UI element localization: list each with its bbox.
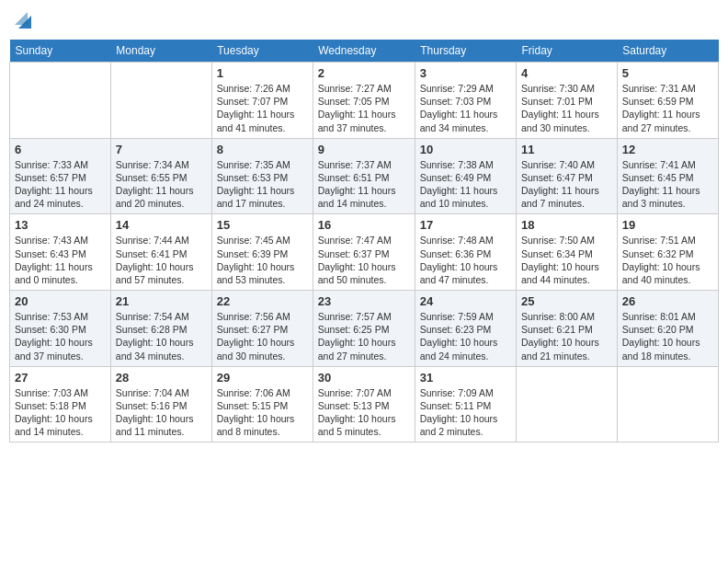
day-info: Sunrise: 7:09 AM Sunset: 5:11 PM Dayligh…: [420, 386, 511, 439]
day-info: Sunrise: 7:57 AM Sunset: 6:25 PM Dayligh…: [318, 310, 410, 362]
calendar-cell: 5Sunrise: 7:31 AM Sunset: 6:59 PM Daylig…: [617, 63, 718, 139]
day-number: 19: [622, 218, 713, 232]
day-number: 2: [318, 66, 410, 80]
day-info: Sunrise: 7:35 AM Sunset: 6:53 PM Dayligh…: [217, 158, 308, 211]
day-number: 10: [420, 143, 511, 156]
day-info: Sunrise: 8:01 AM Sunset: 6:20 PM Dayligh…: [622, 310, 713, 362]
calendar-cell: 12Sunrise: 7:41 AM Sunset: 6:45 PM Dayli…: [617, 138, 718, 214]
day-info: Sunrise: 7:47 AM Sunset: 6:37 PM Dayligh…: [318, 234, 410, 286]
calendar-cell: 19Sunrise: 7:51 AM Sunset: 6:32 PM Dayli…: [617, 214, 718, 291]
day-of-week-header: Saturday: [617, 40, 718, 63]
day-number: 5: [622, 66, 713, 80]
calendar-cell: 14Sunrise: 7:44 AM Sunset: 6:41 PM Dayli…: [110, 214, 211, 291]
day-number: 21: [116, 294, 207, 308]
calendar-cell: 9Sunrise: 7:37 AM Sunset: 6:51 PM Daylig…: [313, 138, 415, 214]
page-header: [9, 9, 719, 32]
calendar-cell: [110, 63, 211, 139]
day-info: Sunrise: 7:40 AM Sunset: 6:47 PM Dayligh…: [521, 158, 612, 211]
day-number: 4: [521, 66, 612, 80]
day-info: Sunrise: 8:00 AM Sunset: 6:21 PM Dayligh…: [521, 310, 612, 362]
calendar-cell: 16Sunrise: 7:47 AM Sunset: 6:37 PM Dayli…: [313, 214, 415, 291]
day-info: Sunrise: 7:41 AM Sunset: 6:45 PM Dayligh…: [622, 158, 713, 211]
calendar-table: SundayMondayTuesdayWednesdayThursdayFrid…: [9, 40, 719, 442]
calendar-cell: 24Sunrise: 7:59 AM Sunset: 6:23 PM Dayli…: [415, 291, 516, 367]
calendar-cell: 17Sunrise: 7:48 AM Sunset: 6:36 PM Dayli…: [415, 214, 516, 291]
calendar-body: 1Sunrise: 7:26 AM Sunset: 7:07 PM Daylig…: [10, 63, 719, 442]
day-number: 22: [217, 294, 308, 308]
calendar-cell: 22Sunrise: 7:56 AM Sunset: 6:27 PM Dayli…: [211, 291, 313, 367]
day-info: Sunrise: 7:56 AM Sunset: 6:27 PM Dayligh…: [217, 310, 308, 362]
day-number: 12: [622, 143, 713, 156]
day-info: Sunrise: 7:51 AM Sunset: 6:32 PM Dayligh…: [622, 234, 713, 286]
day-number: 15: [217, 218, 308, 232]
day-info: Sunrise: 7:50 AM Sunset: 6:34 PM Dayligh…: [521, 234, 612, 286]
day-number: 7: [116, 143, 207, 156]
day-number: 14: [116, 218, 207, 232]
day-number: 16: [318, 218, 410, 232]
day-info: Sunrise: 7:34 AM Sunset: 6:55 PM Dayligh…: [116, 158, 207, 211]
day-info: Sunrise: 7:48 AM Sunset: 6:36 PM Dayligh…: [420, 234, 511, 286]
day-info: Sunrise: 7:54 AM Sunset: 6:28 PM Dayligh…: [116, 310, 207, 362]
day-info: Sunrise: 7:03 AM Sunset: 5:18 PM Dayligh…: [15, 386, 106, 439]
calendar-cell: 8Sunrise: 7:35 AM Sunset: 6:53 PM Daylig…: [211, 138, 313, 214]
day-number: 3: [420, 66, 511, 80]
day-info: Sunrise: 7:44 AM Sunset: 6:41 PM Dayligh…: [116, 234, 207, 286]
day-number: 9: [318, 143, 410, 156]
day-number: 11: [521, 143, 612, 156]
logo-triangle-icon: [15, 12, 31, 29]
calendar-cell: 2Sunrise: 7:27 AM Sunset: 7:05 PM Daylig…: [313, 63, 415, 139]
day-number: 30: [318, 371, 410, 385]
day-number: 26: [622, 294, 713, 308]
calendar-cell: 27Sunrise: 7:03 AM Sunset: 5:18 PM Dayli…: [10, 366, 111, 442]
day-of-week-header: Monday: [110, 40, 211, 63]
day-number: 28: [116, 371, 207, 385]
day-info: Sunrise: 7:37 AM Sunset: 6:51 PM Dayligh…: [318, 158, 410, 211]
calendar-cell: 6Sunrise: 7:33 AM Sunset: 6:57 PM Daylig…: [10, 138, 111, 214]
day-number: 8: [217, 143, 308, 156]
day-number: 17: [420, 218, 511, 232]
calendar-week-row: 20Sunrise: 7:53 AM Sunset: 6:30 PM Dayli…: [10, 291, 719, 367]
day-info: Sunrise: 7:59 AM Sunset: 6:23 PM Dayligh…: [420, 310, 511, 362]
calendar-cell: 4Sunrise: 7:30 AM Sunset: 7:01 PM Daylig…: [517, 63, 618, 139]
calendar-cell: [617, 366, 718, 442]
day-info: Sunrise: 7:27 AM Sunset: 7:05 PM Dayligh…: [318, 82, 410, 134]
day-info: Sunrise: 7:04 AM Sunset: 5:16 PM Dayligh…: [116, 386, 207, 439]
calendar-week-row: 6Sunrise: 7:33 AM Sunset: 6:57 PM Daylig…: [10, 138, 719, 214]
day-number: 25: [521, 294, 612, 308]
day-number: 6: [15, 143, 106, 156]
day-info: Sunrise: 7:38 AM Sunset: 6:49 PM Dayligh…: [420, 158, 511, 211]
day-info: Sunrise: 7:43 AM Sunset: 6:43 PM Dayligh…: [15, 234, 106, 286]
day-info: Sunrise: 7:29 AM Sunset: 7:03 PM Dayligh…: [420, 82, 511, 134]
calendar-cell: 30Sunrise: 7:07 AM Sunset: 5:13 PM Dayli…: [313, 366, 415, 442]
calendar-cell: 1Sunrise: 7:26 AM Sunset: 7:07 PM Daylig…: [211, 63, 313, 139]
day-info: Sunrise: 7:26 AM Sunset: 7:07 PM Dayligh…: [217, 82, 308, 134]
calendar-cell: 3Sunrise: 7:29 AM Sunset: 7:03 PM Daylig…: [415, 63, 516, 139]
day-info: Sunrise: 7:45 AM Sunset: 6:39 PM Dayligh…: [217, 234, 308, 286]
day-number: 31: [420, 371, 511, 385]
day-number: 23: [318, 294, 410, 308]
calendar-cell: 29Sunrise: 7:06 AM Sunset: 5:15 PM Dayli…: [211, 366, 313, 442]
calendar-cell: 7Sunrise: 7:34 AM Sunset: 6:55 PM Daylig…: [110, 138, 211, 214]
calendar-cell: 23Sunrise: 7:57 AM Sunset: 6:25 PM Dayli…: [313, 291, 415, 367]
calendar-cell: [517, 366, 618, 442]
calendar-cell: 20Sunrise: 7:53 AM Sunset: 6:30 PM Dayli…: [10, 291, 111, 367]
day-info: Sunrise: 7:30 AM Sunset: 7:01 PM Dayligh…: [521, 82, 612, 134]
calendar-week-row: 27Sunrise: 7:03 AM Sunset: 5:18 PM Dayli…: [10, 366, 719, 442]
calendar-cell: 26Sunrise: 8:01 AM Sunset: 6:20 PM Dayli…: [617, 291, 718, 367]
calendar-week-row: 1Sunrise: 7:26 AM Sunset: 7:07 PM Daylig…: [10, 63, 719, 139]
day-number: 27: [15, 371, 106, 385]
day-info: Sunrise: 7:31 AM Sunset: 6:59 PM Dayligh…: [622, 82, 713, 134]
calendar-cell: 21Sunrise: 7:54 AM Sunset: 6:28 PM Dayli…: [110, 291, 211, 367]
day-of-week-header: Wednesday: [313, 40, 415, 63]
calendar-cell: 28Sunrise: 7:04 AM Sunset: 5:16 PM Dayli…: [110, 366, 211, 442]
calendar-header-row: SundayMondayTuesdayWednesdayThursdayFrid…: [10, 40, 719, 63]
calendar-cell: [10, 63, 111, 139]
day-of-week-header: Friday: [517, 40, 618, 63]
day-info: Sunrise: 7:06 AM Sunset: 5:15 PM Dayligh…: [217, 386, 308, 439]
day-number: 1: [217, 66, 308, 80]
calendar-cell: 31Sunrise: 7:09 AM Sunset: 5:11 PM Dayli…: [415, 366, 516, 442]
calendar-cell: 11Sunrise: 7:40 AM Sunset: 6:47 PM Dayli…: [517, 138, 618, 214]
calendar-cell: 15Sunrise: 7:45 AM Sunset: 6:39 PM Dayli…: [211, 214, 313, 291]
day-number: 13: [15, 218, 106, 232]
calendar-cell: 25Sunrise: 8:00 AM Sunset: 6:21 PM Dayli…: [517, 291, 618, 367]
